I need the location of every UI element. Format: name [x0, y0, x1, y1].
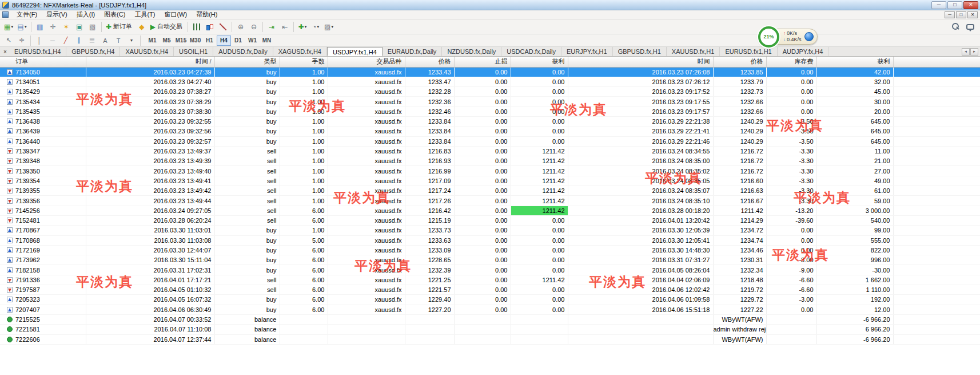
zoom-in-button[interactable]: ⊕	[234, 21, 247, 33]
order-row[interactable]: 7191336 2016.04.01 17:17:21 sell 6.00 xa…	[0, 275, 980, 285]
order-row[interactable]: 7139354 2016.03.23 13:49:41 sell 1.00 xa…	[0, 176, 980, 185]
order-row[interactable]: 7139350 2016.03.23 13:49:40 sell 1.00 xa…	[0, 166, 980, 176]
timeframe-button[interactable]: M1	[145, 35, 160, 46]
menu-item[interactable]: 显示(V)	[42, 10, 72, 19]
new-order-button[interactable]: ✚新订单	[104, 21, 135, 33]
column-header-lots[interactable]: 手数	[280, 57, 328, 67]
order-row[interactable]: 7134051 2016.03.23 04:27:40 buy 1.00 xau…	[0, 77, 980, 86]
vertical-line-button[interactable]: │	[33, 35, 46, 46]
chart-tab[interactable]: EURUSD.fx1,H1	[720, 47, 777, 56]
order-row[interactable]: 7136440 2016.03.23 09:32:57 buy 1.00 xau…	[0, 136, 980, 146]
navigator-button[interactable]: ✶	[60, 21, 73, 33]
timeframe-button[interactable]: H1	[202, 35, 217, 46]
order-row[interactable]: 7182158 2016.03.31 17:02:31 buy 6.00 xau…	[0, 265, 980, 275]
chat-icon[interactable]	[966, 24, 974, 30]
candlestick-chart-button[interactable]	[204, 21, 216, 33]
order-row[interactable]: 7145256 2016.03.24 09:27:05 sell 6.00 xa…	[0, 206, 980, 215]
order-row[interactable]: 7139348 2016.03.23 13:49:39 sell 1.00 xa…	[0, 156, 980, 166]
column-header-sl[interactable]: 止损	[454, 57, 511, 67]
order-row[interactable]: 7205323 2016.04.05 16:07:32 buy 6.00 xau…	[0, 295, 980, 305]
net-speed-widget[interactable]: 21% ↑0K/s ↓0.4K/s	[758, 26, 818, 48]
chart-tab[interactable]: EURAUD.fx,Daily	[383, 47, 443, 56]
column-header-order[interactable]: 订单	[0, 57, 86, 67]
timeframe-button[interactable]: M15	[174, 35, 188, 46]
chart-tab[interactable]: NZDUSD.fx,Daily	[442, 47, 501, 56]
timeframe-button[interactable]: D1	[231, 35, 245, 46]
timeframe-button[interactable]: M5	[160, 35, 174, 46]
timeframe-button[interactable]: H4	[217, 35, 231, 46]
child-minimize-button[interactable]: ─	[945, 11, 955, 18]
strategy-tester-button[interactable]: ▧	[86, 21, 99, 33]
zoom-out-button[interactable]: ⊖	[248, 21, 260, 33]
tabs-scroll-left-button[interactable]: ◂	[962, 48, 970, 56]
templates-button[interactable]: ▨▾	[322, 21, 335, 33]
order-row[interactable]: 7135434 2016.03.23 07:38:29 buy 1.00 xau…	[0, 97, 980, 106]
column-header-close-price[interactable]: 价格	[713, 57, 766, 67]
order-row[interactable]: 7173962 2016.03.30 15:11:04 buy 6.00 xau…	[0, 255, 980, 265]
profiles-button[interactable]: ▤▾	[15, 21, 28, 33]
order-row[interactable]: 7139347 2016.03.23 13:49:37 sell 1.00 xa…	[0, 146, 980, 156]
text-tool-button[interactable]: A	[99, 35, 111, 46]
menu-item[interactable]: 工具(T)	[130, 10, 160, 19]
order-row[interactable]: 7197587 2016.04.05 01:10:32 sell 6.00 xa…	[0, 285, 980, 295]
market-watch-button[interactable]: ▥	[34, 21, 46, 33]
chart-tab[interactable]: XAGUSD.fx,H4	[273, 47, 327, 56]
search-icon[interactable]	[952, 23, 959, 30]
crosshair-button[interactable]: ✛	[15, 35, 28, 46]
menu-item[interactable]: 图表(C)	[99, 10, 130, 19]
order-row[interactable]: 7170868 2016.03.30 11:03:08 buy 5.00 xau…	[0, 235, 980, 245]
fibonacci-button[interactable]: ☰	[86, 35, 98, 46]
chart-tab[interactable]: EURUSD.fx1,H4	[9, 47, 66, 56]
auto-scroll-button[interactable]: ⇥	[265, 21, 278, 33]
chart-tab[interactable]: USDJPY.fx1,H4	[327, 47, 383, 56]
order-row[interactable]: 7170867 2016.03.30 11:03:01 buy 1.00 xau…	[0, 226, 980, 235]
child-close-button[interactable]: ✕	[967, 11, 978, 18]
new-chart-button[interactable]: ▦▾	[2, 21, 15, 33]
cursor-button[interactable]: ↖	[2, 35, 15, 46]
menu-item[interactable]: 帮助(H)	[192, 10, 222, 19]
trendline-button[interactable]: ╱	[59, 35, 72, 46]
timeframe-button[interactable]: M30	[188, 35, 202, 46]
tabs-scroll-right-button[interactable]: ▸	[970, 48, 978, 56]
order-row[interactable]: 7207407 2016.04.06 06:30:49 buy 6.00 xau…	[0, 305, 980, 314]
column-header-close-time[interactable]: 时间	[568, 57, 713, 67]
order-row[interactable]: 7215525 2016.04.07 00:33:52 balance WByW…	[0, 314, 980, 324]
indicators-button[interactable]: ✚▾	[296, 21, 309, 33]
order-row[interactable]: 7139356 2016.03.23 13:49:44 sell 1.00 xa…	[0, 196, 980, 206]
minimize-button[interactable]: ─	[931, 1, 946, 9]
terminal-button[interactable]: ▣	[73, 21, 86, 33]
order-row[interactable]: 7172169 2016.03.30 12:44:07 buy 6.00 xau…	[0, 245, 980, 255]
child-restore-button[interactable]: □	[956, 11, 966, 18]
timeframe-button[interactable]: W1	[245, 35, 260, 46]
widget-ball-icon[interactable]	[804, 32, 814, 41]
maximize-button[interactable]: □	[947, 1, 962, 9]
close-chart-tab-button[interactable]: ×	[1, 47, 9, 56]
chart-tab[interactable]: XAUUSD.fx,H4	[120, 47, 174, 56]
menu-item[interactable]: 窗口(W)	[160, 10, 192, 19]
order-row[interactable]: 7152481 2016.03.28 06:20:24 sell 6.00 xa…	[0, 215, 980, 225]
line-chart-button[interactable]	[217, 21, 229, 33]
chart-tab[interactable]: GBPUSD.fx,H4	[66, 47, 120, 56]
order-row[interactable]: 7134050 2016.03.23 04:27:39 buy 1.00 xau…	[0, 67, 980, 77]
order-row[interactable]: 7135435 2016.03.23 07:38:30 buy 1.00 xau…	[0, 106, 980, 116]
timeframe-button[interactable]: MN	[260, 35, 274, 46]
column-header-type[interactable]: 类型	[214, 57, 280, 67]
label-tool-button[interactable]: T	[112, 35, 125, 46]
bar-chart-button[interactable]	[190, 21, 203, 33]
column-header-tp[interactable]: 获利	[511, 57, 568, 67]
column-header-swap[interactable]: 库存费	[766, 57, 816, 67]
chart-window-icon[interactable]	[2, 11, 9, 18]
chart-tab[interactable]: AUDUSD.fx,Daily	[213, 47, 273, 56]
channel-button[interactable]: ∥	[73, 35, 85, 46]
chart-tab[interactable]: GBPUSD.fx,H1	[613, 47, 667, 56]
metaeditor-button[interactable]: ◆	[136, 21, 148, 33]
order-row[interactable]: 7135429 2016.03.23 07:38:27 buy 1.00 xau…	[0, 87, 980, 97]
column-header-open-price[interactable]: 价格	[405, 57, 454, 67]
column-header-open-time[interactable]: 时间/	[86, 57, 214, 67]
chart-tab[interactable]: EURJPY.fx,H1	[561, 47, 613, 56]
arrows-tool-button[interactable]: ▾	[125, 35, 138, 46]
order-row[interactable]: 7136439 2016.03.23 09:32:56 buy 1.00 xau…	[0, 127, 980, 136]
chart-shift-button[interactable]: ⇤	[278, 21, 291, 33]
autotrading-button[interactable]: ▶自动交易	[149, 21, 185, 33]
menu-item[interactable]: 文件(F)	[12, 10, 42, 19]
